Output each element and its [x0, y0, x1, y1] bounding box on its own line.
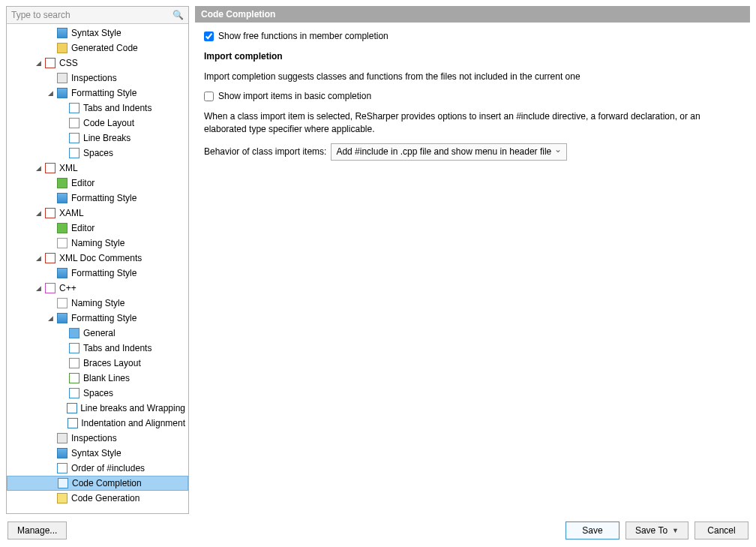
tree-item[interactable]: Code Generation	[7, 491, 188, 506]
tree-item[interactable]: Formatting Style	[7, 266, 188, 281]
tree-item-label: Line breaks and Wrapping	[80, 403, 185, 413]
tree-item-label: Order of #includes	[71, 463, 145, 473]
tree-item-label: Code Layout	[83, 118, 134, 128]
tree-item-label: Generated Code	[71, 43, 138, 53]
tree-item-label: Blank Lines	[83, 373, 130, 383]
tree-item[interactable]: ◢C++	[7, 281, 188, 296]
tree-item[interactable]: Editor	[7, 176, 188, 191]
ic-lines-icon	[68, 132, 80, 144]
ic-css-icon	[44, 57, 56, 69]
options-tree[interactable]: Syntax StyleGenerated Code◢CSSInspection…	[7, 24, 188, 513]
checkbox-input[interactable]	[204, 32, 214, 41]
tree-item[interactable]: Line breaks and Wrapping	[7, 401, 188, 416]
tree-item[interactable]: ◢Formatting Style	[7, 311, 188, 326]
tree-item[interactable]: Braces Layout	[7, 356, 188, 371]
tree-item-label: XML	[59, 163, 78, 173]
cancel-button[interactable]: Cancel	[694, 521, 748, 539]
expander-icon[interactable]: ◢	[34, 254, 43, 262]
search-icon[interactable]: 🔍	[168, 10, 188, 20]
tree-item[interactable]: Tabs and Indents	[7, 341, 188, 356]
search-box: 🔍	[7, 7, 188, 24]
expander-icon[interactable]: ◢	[34, 59, 43, 67]
ic-layout-icon	[68, 117, 80, 129]
ic-fmt-icon	[56, 192, 68, 204]
tree-item[interactable]: Tabs and Indents	[7, 101, 188, 116]
tree-item[interactable]: Code Completion	[7, 476, 188, 491]
import-completion-description: Import completion suggests classes and f…	[204, 71, 741, 83]
tree-item[interactable]: Line Breaks	[7, 131, 188, 146]
tree-item-label: Syntax Style	[71, 448, 122, 458]
ic-name-icon	[56, 237, 68, 249]
tree-item-label: Indentation and Alignment	[81, 418, 185, 428]
tree-item[interactable]: ◢XAML	[7, 206, 188, 221]
tree-item-label: Formatting Style	[71, 313, 136, 323]
tree-item[interactable]: ◢CSS	[7, 56, 188, 71]
ic-editor-icon	[56, 177, 68, 189]
tree-item[interactable]: Syntax Style	[7, 26, 188, 41]
tree-item[interactable]: Naming Style	[7, 296, 188, 311]
search-input[interactable]	[7, 7, 168, 23]
ic-tabs-icon	[68, 102, 80, 114]
tree-item-label: Formatting Style	[71, 88, 136, 98]
ic-xml-icon	[44, 162, 56, 174]
tree-item[interactable]: Naming Style	[7, 236, 188, 251]
checkbox-input[interactable]	[204, 92, 214, 101]
show-import-items-checkbox[interactable]: Show import items in basic completion	[204, 90, 741, 103]
tree-item-label: Tabs and Indents	[83, 343, 152, 353]
ic-fmt-icon	[56, 87, 68, 99]
page-title: Code Completion	[195, 6, 750, 23]
ic-name-icon	[56, 297, 68, 309]
class-import-description: When a class import item is selected, Re…	[204, 110, 741, 136]
ic-style-icon	[56, 447, 68, 459]
tree-item[interactable]: ◢XML Doc Comments	[7, 251, 188, 266]
tree-item[interactable]: Generated Code	[7, 41, 188, 56]
ic-xml-icon	[44, 207, 56, 219]
tree-item-label: Code Completion	[72, 478, 142, 488]
tree-item-label: Naming Style	[71, 298, 124, 308]
tree-item[interactable]: Syntax Style	[7, 446, 188, 461]
tree-item-label: Editor	[71, 178, 94, 188]
expander-icon[interactable]: ◢	[34, 209, 43, 217]
tree-item-label: Code Generation	[71, 493, 140, 503]
expander-icon[interactable]: ◢	[46, 89, 55, 97]
tree-item[interactable]: Blank Lines	[7, 371, 188, 386]
tree-item[interactable]: Code Layout	[7, 116, 188, 131]
expander-icon[interactable]: ◢	[46, 314, 55, 322]
ic-gen-icon	[56, 42, 68, 54]
tree-item[interactable]: Editor	[7, 221, 188, 236]
save-button[interactable]: Save	[566, 521, 620, 539]
save-to-button[interactable]: Save To ▼	[626, 521, 688, 539]
tree-item[interactable]: Spaces	[7, 386, 188, 401]
tree-item[interactable]: ◢Formatting Style	[7, 86, 188, 101]
tree-item-label: Naming Style	[71, 238, 124, 248]
tree-item[interactable]: ◢XML	[7, 161, 188, 176]
expander-icon[interactable]: ◢	[34, 284, 43, 292]
manage-button[interactable]: Manage...	[8, 521, 67, 539]
tree-item[interactable]: Spaces	[7, 146, 188, 161]
tree-item-label: XAML	[59, 208, 84, 218]
tree-item[interactable]: General	[7, 326, 188, 341]
tree-item[interactable]: Order of #includes	[7, 461, 188, 476]
ic-codegen-icon	[56, 492, 68, 504]
import-completion-header: Import completion	[204, 50, 741, 63]
dropdown-caret-icon: ▼	[672, 527, 679, 534]
ic-fmt-icon	[56, 267, 68, 279]
tree-item-label: CSS	[59, 58, 78, 68]
tree-item[interactable]: Indentation and Alignment	[7, 416, 188, 431]
ic-complete-icon	[57, 477, 69, 489]
tree-item-label: Tabs and Indents	[83, 103, 152, 113]
tree-item-label: Inspections	[71, 73, 117, 83]
ic-insp-icon	[56, 72, 68, 84]
behavior-select[interactable]: Add #include in .cpp file and show menu …	[331, 143, 567, 161]
tree-item[interactable]: Inspections	[7, 431, 188, 446]
ic-wrap-icon	[67, 402, 77, 414]
tree-item[interactable]: Formatting Style	[7, 191, 188, 206]
tree-item[interactable]: Inspections	[7, 71, 188, 86]
tree-item-label: Line Breaks	[83, 133, 130, 143]
options-tree-panel: 🔍 Syntax StyleGenerated Code◢CSSInspecti…	[6, 6, 189, 514]
expander-icon[interactable]: ◢	[34, 164, 43, 172]
dialog-footer: Manage... Save Save To ▼ Cancel	[0, 514, 756, 547]
ic-braces-icon	[68, 357, 80, 369]
tree-item-label: Editor	[71, 223, 94, 233]
show-free-functions-checkbox[interactable]: Show free functions in member completion	[204, 30, 741, 43]
